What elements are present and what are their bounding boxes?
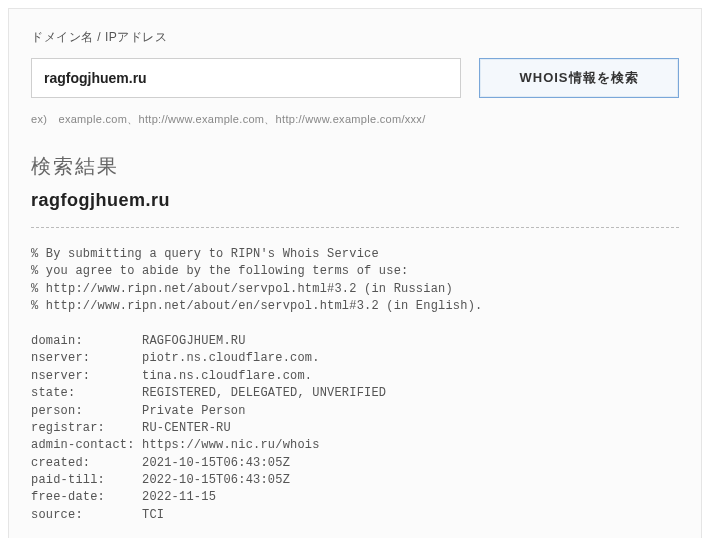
results-heading: 検索結果 <box>31 153 679 180</box>
example-text: ex) example.com、http://www.example.com、h… <box>31 112 679 127</box>
whois-output: % By submitting a query to RIPN's Whois … <box>31 246 679 538</box>
whois-search-button[interactable]: WHOIS情報を検索 <box>479 58 679 98</box>
domain-input[interactable] <box>31 58 461 98</box>
divider <box>31 227 679 228</box>
search-form-row: WHOIS情報を検索 <box>31 58 679 98</box>
result-domain-name: ragfogjhuem.ru <box>31 190 679 211</box>
form-label: ドメイン名 / IPアドレス <box>31 29 679 46</box>
whois-panel: ドメイン名 / IPアドレス WHOIS情報を検索 ex) example.co… <box>8 8 702 538</box>
